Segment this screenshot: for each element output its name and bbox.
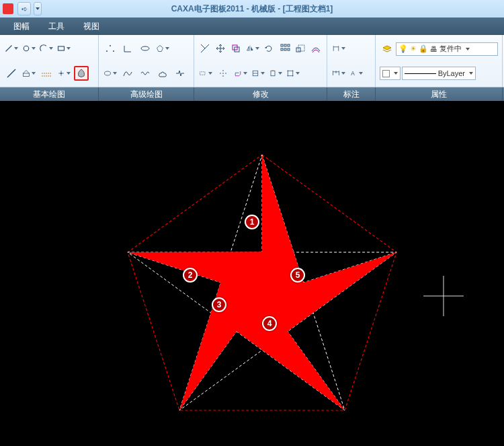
scale-tool[interactable] <box>294 41 306 56</box>
svg-rect-35 <box>288 71 293 76</box>
construction-line-tool[interactable] <box>39 66 54 81</box>
svg-point-39 <box>292 75 294 77</box>
drawing-canvas[interactable]: 12345 <box>0 101 504 446</box>
paste-tool[interactable] <box>268 66 283 81</box>
circle-tool[interactable] <box>22 41 36 56</box>
svg-point-10 <box>110 45 111 46</box>
fill-tool[interactable] <box>74 66 89 81</box>
svg-rect-22 <box>288 48 290 50</box>
svg-rect-19 <box>288 44 290 46</box>
polygon-tool[interactable] <box>155 41 170 56</box>
annotation-badge: 2 <box>183 268 198 283</box>
layer-state-label: 复件中 <box>439 44 462 54</box>
qat-arrow-button[interactable]: ➪ <box>17 2 31 15</box>
svg-rect-2 <box>58 46 65 50</box>
break-tool[interactable] <box>173 66 187 81</box>
fillet-tool[interactable] <box>233 66 248 81</box>
menu-tools[interactable]: 工具 <box>42 18 71 35</box>
ribbon-group-advanced-draw <box>99 35 194 87</box>
arc-tool[interactable] <box>39 41 54 56</box>
copy-tool[interactable] <box>230 41 243 56</box>
print-icon: 🖶 <box>430 45 437 53</box>
group-label-advanced: 高级绘图 <box>99 87 194 101</box>
color-combo[interactable] <box>380 67 401 80</box>
svg-rect-33 <box>271 71 275 76</box>
offset-tool[interactable] <box>310 41 323 56</box>
svg-point-11 <box>113 50 114 52</box>
mirror-tool[interactable] <box>245 41 260 56</box>
extend-tool[interactable] <box>198 66 213 81</box>
menu-view[interactable]: 视图 <box>77 18 106 35</box>
qat-dropdown-button[interactable] <box>34 2 42 15</box>
svg-point-38 <box>288 75 289 77</box>
svg-rect-34 <box>272 70 274 71</box>
svg-point-27 <box>222 73 224 74</box>
lock-icon: 🔒 <box>419 44 428 53</box>
lightbulb-icon: 💡 <box>398 44 408 53</box>
svg-point-1 <box>24 46 29 52</box>
svg-point-37 <box>292 70 294 71</box>
svg-rect-3 <box>24 73 30 77</box>
sun-icon: ☀ <box>410 44 417 53</box>
svg-rect-17 <box>281 44 283 46</box>
svg-rect-20 <box>281 48 283 50</box>
svg-point-36 <box>288 70 289 71</box>
ribbon-group-modify <box>194 35 327 87</box>
polyline-tool[interactable] <box>4 66 19 81</box>
ellipse2-tool[interactable] <box>138 41 153 56</box>
svg-rect-21 <box>284 48 286 50</box>
group-label-basic: 基本绘图 <box>0 87 99 101</box>
group-label-annotate: 标注 <box>327 87 376 101</box>
svg-rect-25 <box>200 72 206 75</box>
trim-tool[interactable] <box>198 41 211 56</box>
ribbon: A 💡 ☀ 🔒 🖶 复件中 <box>0 35 504 87</box>
wave-tool[interactable] <box>138 66 153 81</box>
annotation-badge: 1 <box>245 215 259 229</box>
rect-tool[interactable] <box>56 41 71 56</box>
annotation-badge: 4 <box>262 316 277 331</box>
svg-point-9 <box>106 50 108 52</box>
ribbon-group-attributes: 💡 ☀ 🔒 🖶 复件中 ByLayer <box>376 35 503 87</box>
edit-tool[interactable] <box>286 66 300 81</box>
spline-point-tool[interactable] <box>103 41 118 56</box>
hatch-tool[interactable] <box>22 66 36 81</box>
annotation-badge: 3 <box>212 297 226 312</box>
menu-format[interactable]: 图幅 <box>7 18 36 35</box>
svg-text:A: A <box>351 71 355 77</box>
explode-tool[interactable] <box>251 66 265 81</box>
layer-state-combo[interactable]: 💡 ☀ 🔒 🖶 复件中 <box>396 42 498 56</box>
text-tool[interactable]: A <box>349 66 364 81</box>
svg-point-12 <box>141 46 149 50</box>
revision-cloud-tool[interactable] <box>155 66 170 81</box>
svg-point-14 <box>105 71 111 75</box>
svg-line-0 <box>6 46 12 52</box>
filled-blades <box>128 155 396 410</box>
ellipse-tool[interactable] <box>103 66 118 81</box>
svg-marker-13 <box>157 46 163 52</box>
layer-manager-button[interactable] <box>380 42 394 57</box>
menubar: 图幅 工具 视图 <box>0 17 504 35</box>
dimension-tool[interactable] <box>331 41 346 56</box>
angle-tool[interactable] <box>120 41 135 56</box>
line-tool[interactable] <box>4 41 19 56</box>
ribbon-group-annotate: A <box>327 35 376 87</box>
move-tool[interactable] <box>214 41 226 56</box>
ribbon-group-labels: 基本绘图 高级绘图 修改 标注 属性 <box>0 87 504 101</box>
app-icon[interactable] <box>3 3 13 14</box>
svg-point-29 <box>222 70 224 71</box>
rotate-tool[interactable] <box>263 41 276 56</box>
point-tool[interactable] <box>56 66 71 81</box>
svg-point-30 <box>222 75 224 77</box>
color-swatch <box>382 70 390 77</box>
leader-tool[interactable] <box>331 66 346 81</box>
array-tool[interactable] <box>278 41 291 56</box>
group-label-modify: 修改 <box>194 87 327 101</box>
cursor-crosshair-icon <box>423 276 464 316</box>
spline-tool[interactable] <box>120 66 135 81</box>
svg-point-26 <box>220 73 221 74</box>
linetype-preview <box>405 73 436 74</box>
stretch-tool[interactable] <box>216 66 230 81</box>
linetype-label: ByLayer <box>438 69 465 77</box>
drawing-svg <box>0 101 504 446</box>
linetype-combo[interactable]: ByLayer <box>402 67 476 80</box>
